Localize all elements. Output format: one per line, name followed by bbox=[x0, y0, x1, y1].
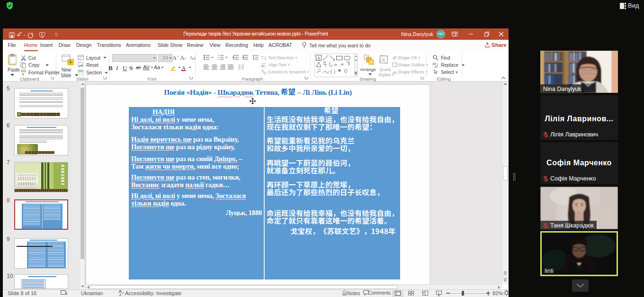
svg-text:A: A bbox=[317, 56, 321, 61]
svg-text:A: A bbox=[182, 65, 186, 71]
